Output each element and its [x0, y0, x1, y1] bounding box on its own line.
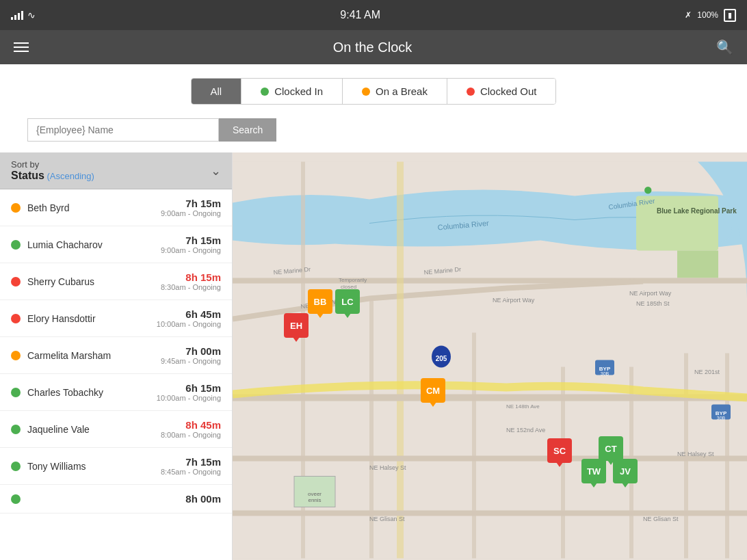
- map-area: BYP 30B BYP 30B 205 NE Marine Dr NE Mari…: [233, 152, 747, 560]
- battery-icon: ▮: [724, 9, 736, 22]
- map-marker-tw[interactable]: TW: [581, 459, 606, 483]
- sort-by-label: Sort by: [11, 159, 39, 170]
- employee-name-sc: Sherry Cubarus: [27, 276, 154, 287]
- employee-name-ct: Charles Tobachky: [27, 387, 150, 398]
- status-bar-time: 9:41 AM: [36, 9, 685, 21]
- emp-hours: 8h 15m: [161, 271, 221, 283]
- svg-text:NE 152nd Ave: NE 152nd Ave: [506, 427, 545, 434]
- emp-hours: 7h 15m: [161, 235, 221, 246]
- list-item[interactable]: Lumia Chacharov 7h 15m 9:00am - Ongoing: [0, 226, 232, 263]
- employee-name-lc: Lumia Chacharov: [27, 239, 154, 250]
- employee-time-lc: 7h 15m 9:00am - Ongoing: [161, 235, 221, 254]
- emp-hours: 7h 15m: [161, 456, 221, 468]
- list-item[interactable]: Tony Williams 7h 15m 8:45am - Ongoing: [0, 448, 232, 485]
- filter-tab-clocked-in[interactable]: Clocked In: [241, 79, 343, 104]
- svg-text:Blue Lake Regional Park: Blue Lake Regional Park: [657, 207, 737, 215]
- map-svg: BYP 30B BYP 30B 205 NE Marine Dr NE Mari…: [233, 152, 747, 560]
- emp-schedule: 8:30am - Ongoing: [161, 283, 221, 291]
- sort-field: Status: [11, 170, 44, 181]
- list-item[interactable]: Sherry Cubarus 8h 15m 8:30am - Ongoing: [0, 263, 232, 300]
- search-section: Search: [0, 118, 747, 152]
- filter-tab-on-a-break[interactable]: On a Break: [343, 79, 447, 104]
- svg-text:NE 185th St: NE 185th St: [636, 300, 670, 307]
- svg-text:Temporarily: Temporarily: [339, 277, 367, 283]
- bluetooth-icon: ✗: [685, 10, 692, 20]
- list-item[interactable]: Elory Hansdottir 6h 45m 10:00am - Ongoin…: [0, 300, 232, 337]
- header-title: On the Clock: [29, 40, 716, 55]
- svg-rect-4: [677, 251, 718, 278]
- filter-tabs: All Clocked In On a Break Clocked Out: [191, 78, 557, 105]
- status-bar: ∿ 9:41 AM ✗ 100% ▮: [0, 0, 747, 30]
- app-header: On the Clock 🔍: [0, 30, 747, 64]
- svg-text:30B: 30B: [601, 371, 610, 376]
- emp-hours: 6h 45m: [157, 308, 221, 320]
- status-bar-left: ∿: [11, 10, 36, 21]
- svg-rect-6: [397, 162, 404, 559]
- employee-list: Sort by Status (Ascending) ⌄ Beth Byrd 7…: [0, 152, 233, 560]
- on-a-break-dot: [362, 88, 370, 96]
- status-dot-eh: [11, 314, 21, 323]
- map-marker-cm[interactable]: CM: [421, 378, 445, 403]
- emp-hours: 7h 15m: [161, 198, 221, 209]
- list-item[interactable]: Jaqueline Vale 8h 45m 8:00am - Ongoing: [0, 411, 232, 448]
- emp-schedule: 9:00am - Ongoing: [161, 209, 221, 217]
- status-dot-jv: [11, 425, 21, 434]
- employee-name-bb: Beth Byrd: [27, 202, 154, 213]
- svg-text:NE Airport Way: NE Airport Way: [493, 297, 535, 304]
- search-input[interactable]: [27, 118, 219, 142]
- svg-text:NE Halsey St: NE Halsey St: [677, 451, 714, 457]
- filter-tab-all[interactable]: All: [192, 79, 242, 104]
- map-marker-sc[interactable]: SC: [547, 438, 572, 463]
- map-marker-lc[interactable]: LC: [335, 289, 360, 314]
- employee-name-jv: Jaqueline Vale: [27, 424, 154, 435]
- svg-text:oveer: oveer: [308, 491, 322, 497]
- sort-header-text: Sort by Status (Ascending): [11, 159, 94, 182]
- svg-text:NE Glisan St: NE Glisan St: [643, 516, 679, 522]
- main-content: Sort by Status (Ascending) ⌄ Beth Byrd 7…: [0, 152, 747, 560]
- on-a-break-label: On a Break: [376, 85, 428, 97]
- list-item[interactable]: Carmelita Marsham 7h 00m 9:45am - Ongoin…: [0, 337, 232, 374]
- status-bar-right: ✗ 100% ▮: [685, 9, 736, 22]
- svg-text:30B: 30B: [717, 416, 726, 421]
- list-item[interactable]: Beth Byrd 7h 15m 9:00am - Ongoing: [0, 189, 232, 226]
- employee-time-ct: 6h 15m 10:00am - Ongoing: [157, 382, 221, 402]
- clocked-out-dot: [467, 88, 475, 96]
- map-marker-bb[interactable]: BB: [308, 289, 332, 314]
- clocked-in-label: Clocked In: [274, 85, 323, 97]
- svg-rect-12: [472, 333, 476, 559]
- svg-text:NE Glisan St: NE Glisan St: [369, 516, 405, 522]
- map-marker-eh[interactable]: EH: [284, 313, 309, 338]
- emp-hours: 7h 00m: [161, 345, 221, 357]
- emp-schedule: 8:00am - Ongoing: [161, 431, 221, 439]
- hamburger-menu[interactable]: [14, 42, 29, 52]
- employee-time-bb: 7h 15m 9:00am - Ongoing: [161, 198, 221, 217]
- emp-hours: 6h 15m: [157, 382, 221, 394]
- employee-time-eh: 6h 45m 10:00am - Ongoing: [157, 308, 221, 328]
- sort-header[interactable]: Sort by Status (Ascending) ⌄: [0, 152, 232, 189]
- emp-schedule: 10:00am - Ongoing: [157, 320, 221, 328]
- svg-rect-5: [233, 278, 747, 284]
- employee-name-tw: Tony Williams: [27, 461, 154, 472]
- svg-text:NE Airport Way: NE Airport Way: [629, 290, 672, 297]
- list-item[interactable]: Charles Tobachky 6h 15m 10:00am - Ongoin…: [0, 374, 232, 411]
- list-item[interactable]: 8h 00m: [0, 485, 232, 514]
- employee-time-tw: 7h 15m 8:45am - Ongoing: [161, 456, 221, 476]
- sort-direction: (Ascending): [47, 171, 94, 181]
- status-dot-tw: [11, 462, 21, 471]
- map-marker-jv[interactable]: JV: [613, 459, 638, 483]
- filter-section: All Clocked In On a Break Clocked Out: [0, 64, 747, 118]
- emp-hours: 8h 00m: [185, 493, 221, 505]
- employee-time-jv: 8h 45m 8:00am - Ongoing: [161, 419, 221, 439]
- svg-text:205: 205: [436, 355, 447, 362]
- filter-tab-clocked-out[interactable]: Clocked Out: [447, 79, 556, 104]
- status-dot-more: [11, 494, 21, 504]
- battery-level: 100%: [697, 10, 718, 20]
- search-button[interactable]: Search: [219, 118, 276, 142]
- status-dot-cm: [11, 351, 21, 360]
- blue-lake-pin: ●: [643, 180, 653, 199]
- map-marker-ct[interactable]: CT: [599, 436, 623, 461]
- svg-text:NE 148th Ave: NE 148th Ave: [506, 403, 540, 410]
- signal-bars: [11, 11, 23, 20]
- header-search-icon[interactable]: 🔍: [716, 39, 733, 55]
- emp-schedule: 9:45am - Ongoing: [161, 357, 221, 365]
